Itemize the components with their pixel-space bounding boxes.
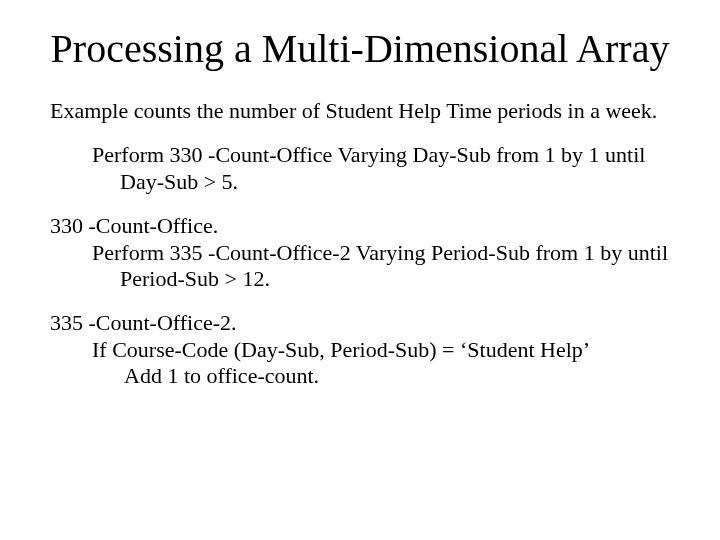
- perform-335-text: Perform 335 -Count-Office-2 Varying Peri…: [92, 240, 670, 293]
- label-335: 335 -Count-Office-2.: [50, 310, 670, 336]
- intro-text: Example counts the number of Student Hel…: [50, 98, 670, 124]
- slide-body: Example counts the number of Student Hel…: [50, 98, 670, 390]
- label-330: 330 -Count-Office.: [50, 213, 670, 239]
- if-line: If Course-Code (Day-Sub, Period-Sub) = ‘…: [92, 337, 670, 363]
- slide-title: Processing a Multi-Dimensional Array: [50, 26, 670, 72]
- add-line: Add 1 to office-count.: [124, 363, 670, 389]
- slide: Processing a Multi-Dimensional Array Exa…: [0, 0, 720, 540]
- perform-330-text: Perform 330 -Count-Office Varying Day-Su…: [92, 142, 670, 195]
